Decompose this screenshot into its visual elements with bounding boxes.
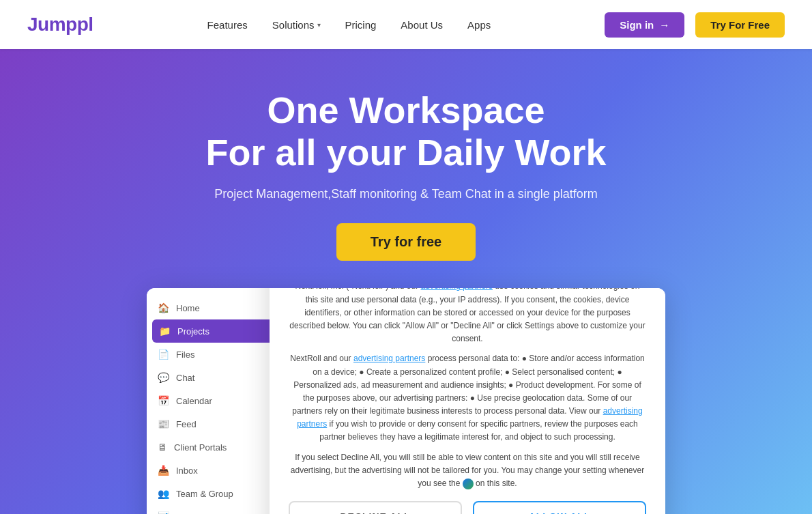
- nav-links: Features Solutions ▾ Pricing About Us Ap…: [207, 19, 491, 31]
- inbox-icon: 📥: [158, 465, 169, 476]
- app-screenshot: 🏠 Home 📁 Projects 📄 Files 💬 Chat 📅 Calen…: [147, 288, 665, 514]
- app-sidebar: 🏠 Home 📁 Projects 📄 Files 💬 Chat 📅 Calen…: [147, 288, 283, 514]
- privacy-modal: R We Value Your Privacy SETTINGS NextRol…: [270, 288, 665, 514]
- nav-solutions[interactable]: Solutions ▾: [272, 19, 321, 31]
- sidebar-item-projects[interactable]: 📁 Projects: [152, 319, 277, 343]
- nav-actions: Sign in → Try For Free: [605, 12, 785, 38]
- chat-icon: 💬: [158, 372, 169, 383]
- advertising-partners-link-1[interactable]: advertising partners: [421, 288, 493, 291]
- advertising-partners-link-2[interactable]: advertising partners: [353, 354, 425, 363]
- revain-inline-icon: [463, 479, 474, 489]
- home-icon: 🏠: [158, 302, 169, 313]
- sidebar-item-files[interactable]: 📄 Files: [147, 343, 282, 366]
- sidebar-item-feed[interactable]: 📰 Feed: [147, 412, 282, 436]
- sidebar-item-reports[interactable]: 📊 Reports: [147, 505, 282, 514]
- tryfree-nav-button[interactable]: Try For Free: [695, 12, 785, 38]
- tryfree-hero-button[interactable]: Try for free: [336, 223, 476, 261]
- privacy-body-1: NextRoll, Inc. ("NextRoll") and our adve…: [289, 288, 646, 345]
- privacy-body-2: NextRoll and our advertising partners pr…: [289, 352, 646, 444]
- client-portals-icon: 🖥: [158, 442, 167, 453]
- projects-icon: 📁: [159, 326, 171, 337]
- sidebar-item-client-portals[interactable]: 🖥 Client Portals: [147, 436, 282, 459]
- feed-icon: 📰: [158, 418, 169, 429]
- chevron-down-icon: ▾: [317, 21, 321, 29]
- hero-subtitle: Project Management,Staff monitoring & Te…: [27, 187, 785, 201]
- nav-apps[interactable]: Apps: [467, 19, 491, 31]
- nav-pricing[interactable]: Pricing: [345, 19, 377, 31]
- sidebar-item-home[interactable]: 🏠 Home: [147, 296, 282, 319]
- logo: Jumppl: [27, 14, 93, 35]
- allow-all-button[interactable]: ALLOW ALL: [473, 501, 646, 514]
- reports-icon: 📊: [158, 511, 169, 514]
- signin-button[interactable]: Sign in →: [605, 12, 684, 38]
- navbar: Jumppl Features Solutions ▾ Pricing Abou…: [0, 0, 812, 49]
- sidebar-item-calendar[interactable]: 📅 Calendar: [147, 389, 282, 412]
- team-icon: 👥: [158, 488, 169, 499]
- calendar-icon: 📅: [158, 395, 169, 406]
- advertising-partners-link-3[interactable]: advertising partners: [297, 406, 643, 429]
- privacy-body-3: If you select Decline All, you will stil…: [289, 451, 646, 491]
- privacy-buttons: DECLINE ALL ALLOW ALL: [289, 501, 646, 514]
- sidebar-item-team[interactable]: 👥 Team & Group: [147, 482, 282, 505]
- hero-title-line1: One Workspace: [27, 90, 785, 130]
- decline-all-button[interactable]: DECLINE ALL: [289, 501, 462, 514]
- arrow-right-icon: →: [659, 19, 669, 31]
- sidebar-item-inbox[interactable]: 📥 Inbox: [147, 459, 282, 482]
- hero-title-line2: For all your Daily Work: [27, 130, 785, 175]
- hero-section: One Workspace For all your Daily Work Pr…: [0, 49, 812, 514]
- sidebar-item-chat[interactable]: 💬 Chat: [147, 366, 282, 389]
- nav-features[interactable]: Features: [207, 19, 248, 31]
- files-icon: 📄: [158, 349, 169, 360]
- nav-about[interactable]: About Us: [401, 19, 443, 31]
